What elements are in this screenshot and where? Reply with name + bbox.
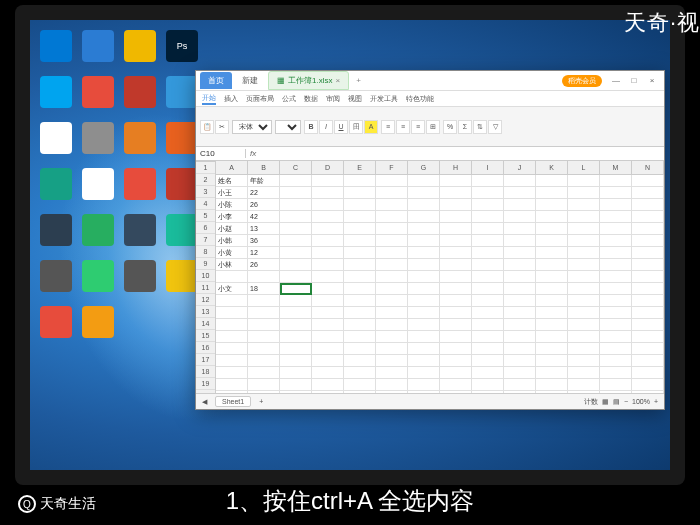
cell[interactable]: 小韩 — [216, 235, 248, 247]
row-header[interactable]: 12 — [196, 294, 215, 306]
align-right-button[interactable]: ≡ — [411, 120, 425, 134]
cell[interactable] — [280, 355, 312, 367]
cell[interactable] — [472, 307, 504, 319]
cell[interactable] — [632, 319, 664, 331]
paste-button[interactable]: 📋 — [200, 120, 214, 134]
cell[interactable] — [536, 343, 568, 355]
cell[interactable]: 13 — [248, 223, 280, 235]
cell[interactable] — [344, 379, 376, 391]
cell[interactable] — [472, 175, 504, 187]
ribbon-tab-dev[interactable]: 开发工具 — [370, 94, 398, 104]
cell[interactable] — [504, 319, 536, 331]
cell[interactable] — [536, 331, 568, 343]
cell[interactable] — [536, 175, 568, 187]
cell[interactable] — [632, 355, 664, 367]
cell[interactable] — [536, 295, 568, 307]
cell[interactable] — [632, 223, 664, 235]
desktop-icon-qq[interactable] — [82, 122, 114, 154]
minimize-button[interactable]: — — [608, 74, 624, 88]
cell[interactable] — [600, 331, 632, 343]
cell[interactable] — [536, 283, 568, 295]
cell[interactable] — [312, 211, 344, 223]
name-box[interactable]: C10 — [196, 149, 246, 158]
cell[interactable] — [248, 355, 280, 367]
row-header[interactable]: 17 — [196, 354, 215, 366]
cell[interactable] — [312, 271, 344, 283]
cell[interactable]: 姓名 — [216, 175, 248, 187]
cell[interactable] — [440, 391, 472, 393]
cell[interactable] — [632, 211, 664, 223]
cell[interactable] — [280, 391, 312, 393]
cell[interactable] — [568, 175, 600, 187]
row-header[interactable]: 9 — [196, 258, 215, 270]
cell[interactable]: 26 — [248, 259, 280, 271]
cell[interactable] — [632, 247, 664, 259]
ribbon-tab-data[interactable]: 数据 — [304, 94, 318, 104]
column-header[interactable]: H — [440, 161, 472, 174]
cell[interactable] — [472, 187, 504, 199]
cell[interactable] — [440, 211, 472, 223]
cell[interactable] — [504, 379, 536, 391]
desktop-icon[interactable] — [82, 306, 114, 338]
cell[interactable]: 小王 — [216, 187, 248, 199]
cell[interactable] — [280, 331, 312, 343]
cell[interactable] — [344, 343, 376, 355]
cell[interactable] — [568, 223, 600, 235]
cell[interactable] — [344, 211, 376, 223]
view-normal-icon[interactable]: ▦ — [602, 398, 609, 406]
close-tab-icon[interactable]: × — [335, 76, 340, 85]
cell[interactable] — [280, 307, 312, 319]
tab-add[interactable]: + — [351, 73, 366, 88]
cell[interactable] — [600, 235, 632, 247]
sum-button[interactable]: Σ — [458, 120, 472, 134]
column-header[interactable]: M — [600, 161, 632, 174]
cell[interactable] — [536, 187, 568, 199]
cell[interactable] — [504, 367, 536, 379]
cell[interactable] — [408, 307, 440, 319]
row-header[interactable]: 11 — [196, 282, 215, 294]
cell[interactable] — [536, 319, 568, 331]
cell[interactable] — [344, 355, 376, 367]
cell[interactable] — [472, 379, 504, 391]
cell[interactable] — [504, 391, 536, 393]
row-header[interactable]: 16 — [196, 342, 215, 354]
cell[interactable] — [440, 283, 472, 295]
row-header[interactable]: 13 — [196, 306, 215, 318]
desktop-icon[interactable] — [40, 168, 72, 200]
cell[interactable] — [216, 367, 248, 379]
cell[interactable] — [408, 175, 440, 187]
desktop-icon[interactable] — [124, 122, 156, 154]
cell[interactable] — [600, 175, 632, 187]
cell[interactable] — [344, 223, 376, 235]
cell[interactable] — [536, 307, 568, 319]
cell[interactable] — [568, 331, 600, 343]
cell[interactable] — [280, 295, 312, 307]
cell[interactable] — [344, 391, 376, 393]
cell[interactable] — [216, 343, 248, 355]
cell[interactable] — [408, 187, 440, 199]
cell[interactable] — [632, 343, 664, 355]
cell[interactable] — [312, 343, 344, 355]
cell[interactable] — [376, 235, 408, 247]
cell[interactable] — [472, 367, 504, 379]
cell[interactable] — [344, 271, 376, 283]
cell[interactable] — [504, 295, 536, 307]
row-header[interactable]: 6 — [196, 222, 215, 234]
desktop-icon[interactable] — [40, 306, 72, 338]
cell[interactable] — [472, 355, 504, 367]
sheet-add-icon[interactable]: + — [259, 398, 263, 405]
cell[interactable] — [216, 379, 248, 391]
cell[interactable] — [568, 247, 600, 259]
cell[interactable] — [568, 367, 600, 379]
cell[interactable]: 小赵 — [216, 223, 248, 235]
cell[interactable] — [280, 175, 312, 187]
cell[interactable] — [536, 271, 568, 283]
desktop-icon[interactable] — [166, 214, 198, 246]
underline-button[interactable]: U — [334, 120, 348, 134]
cell[interactable]: 26 — [248, 199, 280, 211]
cell[interactable]: 小黄 — [216, 247, 248, 259]
cell[interactable] — [216, 295, 248, 307]
cell[interactable] — [568, 319, 600, 331]
cell[interactable] — [312, 319, 344, 331]
cell[interactable] — [344, 331, 376, 343]
